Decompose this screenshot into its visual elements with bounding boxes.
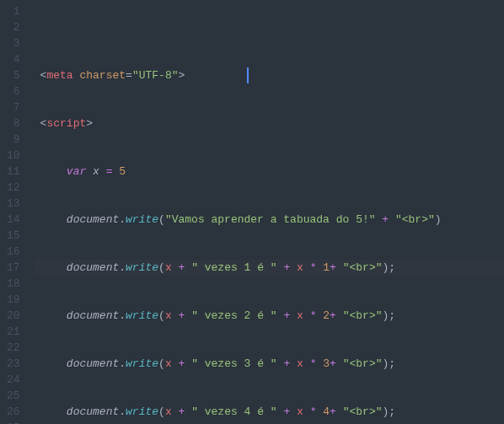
- line-number-gutter: 1 2 3 4 5 6 7 8 9 10 11 12 13 14 15 16 1…: [0, 0, 34, 424]
- line-number: 24: [7, 372, 20, 388]
- line-number: 5: [7, 67, 20, 83]
- line-number: 1: [7, 3, 20, 19]
- line-number: 27: [7, 420, 20, 424]
- code-line[interactable]: <script>: [34, 115, 504, 131]
- line-number: 4: [7, 51, 20, 67]
- line-number: 11: [7, 164, 20, 180]
- line-number: 16: [7, 244, 20, 260]
- line-number: 23: [7, 356, 20, 372]
- line-number: 6: [7, 83, 20, 99]
- line-number: 3: [7, 35, 20, 51]
- line-number: 9: [7, 131, 20, 148]
- code-content[interactable]: <meta charset="UTF-8"> <script> var x = …: [34, 0, 504, 424]
- line-number: 20: [7, 308, 20, 324]
- code-line-active[interactable]: document.write(x + " vezes 1 é " + x * 1…: [34, 260, 504, 276]
- line-number: 19: [7, 292, 20, 308]
- line-number: 2: [7, 19, 20, 35]
- line-number: 10: [7, 148, 20, 164]
- line-number: 18: [7, 276, 20, 292]
- code-line[interactable]: document.write(x + " vezes 3 é " + x * 3…: [34, 356, 504, 372]
- line-number: 12: [7, 180, 20, 196]
- line-number: 26: [7, 404, 20, 420]
- line-number: 17: [7, 260, 20, 276]
- line-number: 8: [7, 115, 20, 131]
- code-line[interactable]: document.write("Vamos aprender a tabuada…: [34, 212, 504, 228]
- code-line[interactable]: var x = 5: [34, 164, 504, 180]
- line-number: 15: [7, 228, 20, 244]
- line-number: 14: [7, 212, 20, 228]
- line-number: 25: [7, 388, 20, 404]
- code-line[interactable]: <meta charset="UTF-8">: [34, 67, 504, 83]
- line-number: 21: [7, 324, 20, 340]
- text-cursor: [247, 67, 249, 83]
- line-number: 22: [7, 340, 20, 356]
- line-number: 13: [7, 196, 20, 212]
- line-number: 7: [7, 99, 20, 115]
- code-line[interactable]: document.write(x + " vezes 2 é " + x * 2…: [34, 308, 504, 324]
- code-line[interactable]: document.write(x + " vezes 4 é " + x * 4…: [34, 404, 504, 420]
- code-editor[interactable]: 1 2 3 4 5 6 7 8 9 10 11 12 13 14 15 16 1…: [0, 0, 504, 424]
